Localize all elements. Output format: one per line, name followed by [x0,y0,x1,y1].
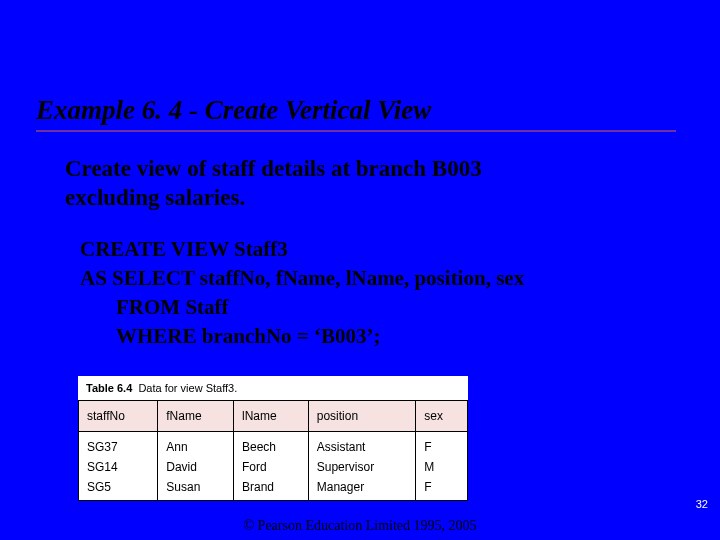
table-caption: Table 6.4 Data for view Staff3. [78,376,468,400]
table-row: SG14 David Ford Supervisor M [79,457,468,477]
slide-title: Example 6. 4 - Create Vertical View [36,95,720,126]
title-area: Example 6. 4 - Create Vertical View [0,0,720,132]
data-table: staffNo fName lName position sex SG37 An… [78,400,468,501]
sql-line-3: FROM Staff [80,293,720,322]
table-caption-label: Table 6.4 [86,382,132,394]
table-cell: Supervisor [308,457,416,477]
table-cell: F [416,432,468,458]
table-cell: Brand [234,477,309,501]
sql-line-4: WHERE branchNo = ‘B003’; [80,322,720,351]
data-table-container: Table 6.4 Data for view Staff3. staffNo … [78,376,468,501]
table-cell: SG5 [79,477,158,501]
table-cell: Susan [158,477,234,501]
table-header-row: staffNo fName lName position sex [79,401,468,432]
table-cell: SG14 [79,457,158,477]
sql-code-block: CREATE VIEW Staff3 AS SELECT staffNo, fN… [0,213,720,351]
table-header: lName [234,401,309,432]
table-cell: David [158,457,234,477]
subtitle-line2: excluding salaries. [65,185,245,210]
copyright-text: © Pearson Education Limited 1995, 2005 [0,518,720,534]
table-cell: Manager [308,477,416,501]
page-number: 32 [696,498,708,510]
table-cell: Ann [158,432,234,458]
table-header: staffNo [79,401,158,432]
table-cell: Assistant [308,432,416,458]
table-caption-text: Data for view Staff3. [138,382,237,394]
table-cell: Ford [234,457,309,477]
table-header: position [308,401,416,432]
table-header: fName [158,401,234,432]
table-header: sex [416,401,468,432]
table-cell: SG37 [79,432,158,458]
table-row: SG5 Susan Brand Manager F [79,477,468,501]
table-cell: M [416,457,468,477]
sql-line-1: CREATE VIEW Staff3 [80,235,720,264]
table-cell: F [416,477,468,501]
subtitle: Create view of staff details at branch B… [0,132,560,213]
table-row: SG37 Ann Beech Assistant F [79,432,468,458]
table-cell: Beech [234,432,309,458]
subtitle-line1: Create view of staff details at branch B… [65,156,482,181]
sql-line-2: AS SELECT staffNo, fName, lName, positio… [80,264,720,293]
